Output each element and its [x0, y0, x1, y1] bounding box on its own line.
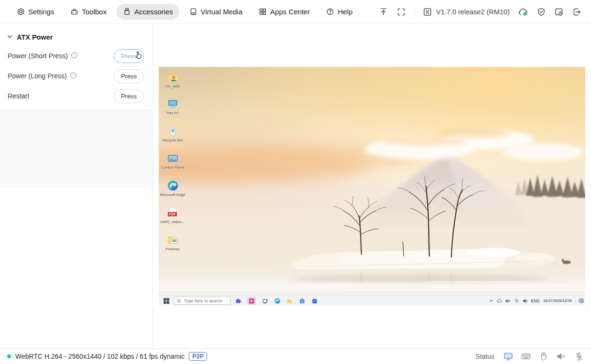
- desktop-icon-label: Recycle Bin: [163, 138, 183, 142]
- tray-wifi-icon[interactable]: [514, 299, 519, 303]
- speaker-muted-icon[interactable]: [557, 352, 566, 361]
- cloud-status-icon[interactable]: [518, 7, 528, 17]
- kvm-app: Settings Toolbox Accessories Virtual Med…: [0, 0, 591, 364]
- svg-text:?: ?: [73, 53, 76, 57]
- task-view-icon[interactable]: [262, 298, 268, 304]
- row-label: Restart: [8, 92, 29, 100]
- tray-volume-icon[interactable]: [523, 299, 528, 303]
- desktop-icon-recycle-bin[interactable]: Recycle Bin: [161, 125, 184, 142]
- nav-label: Help: [338, 8, 352, 16]
- tray-language[interactable]: ENG: [531, 299, 540, 303]
- desktop-icon-this-pc[interactable]: This PC: [161, 97, 184, 115]
- keyboard-status-icon[interactable]: [521, 352, 531, 361]
- microphone-muted-icon[interactable]: [574, 352, 584, 361]
- atx-power-panel: ATX Power Power (Short Press) ? Press Po…: [0, 24, 153, 348]
- row-label: Power (Long Press): [8, 72, 67, 80]
- security-shield-icon[interactable]: [536, 7, 546, 17]
- wallpaper-scene: [159, 67, 585, 306]
- mouse-status-icon[interactable]: [539, 352, 548, 361]
- remote-taskbar: ENG 15:07 2025/12/26: [159, 295, 585, 306]
- nav-apps-center[interactable]: Apps Center: [252, 4, 316, 20]
- tray-chevron-up-icon[interactable]: [489, 299, 493, 303]
- desktop-icon-edge[interactable]: Microsoft Edge: [161, 179, 184, 197]
- duck: [561, 259, 571, 264]
- desktop-icon-label: Control Panel: [161, 165, 184, 170]
- logout-icon[interactable]: [572, 7, 581, 17]
- nav-settings[interactable]: Settings: [11, 4, 60, 20]
- power-short-press-button[interactable]: Press: [114, 49, 144, 63]
- p2p-badge: P2P: [189, 352, 207, 361]
- topbar: Settings Toolbox Accessories Virtual Med…: [0, 0, 591, 24]
- settings-icon: [17, 8, 25, 16]
- atx-row-restart: Restart Press: [0, 86, 153, 106]
- remote-screen[interactable]: GL_b6a This PC Recycle Bin Control Panel…: [159, 67, 585, 306]
- row-label-wrap: Power (Short Press) ?: [8, 52, 78, 60]
- atx-power-section-header[interactable]: ATX Power: [0, 30, 153, 46]
- version-chip: V1.7.0 release2 (RM10): [423, 7, 510, 17]
- nav-accessories[interactable]: Accessories: [117, 4, 179, 20]
- nav-help[interactable]: Help: [320, 4, 359, 20]
- store-icon[interactable]: [299, 298, 306, 304]
- start-button[interactable]: [159, 298, 174, 304]
- edge-taskbar-icon[interactable]: [274, 298, 281, 304]
- desktop-icon-label: This PC: [166, 111, 179, 115]
- main-area: ATX Power Power (Short Press) ? Press Po…: [0, 24, 591, 348]
- atx-row-power-short: Power (Short Press) ? Press: [0, 46, 153, 66]
- action-center-icon[interactable]: [575, 296, 584, 306]
- widgets-puzzle-icon[interactable]: [235, 298, 241, 304]
- firmware-version: V1.7.0 release2 (RM10): [436, 8, 510, 16]
- taskbar-search[interactable]: [174, 297, 230, 305]
- usb-accessories-icon: [123, 8, 131, 16]
- mail-app-icon[interactable]: [311, 298, 318, 304]
- desktop-icon-label: tmP0_cs6es...: [161, 220, 185, 224]
- help-icon: [326, 8, 334, 16]
- nav-virtual-media[interactable]: Virtual Media: [183, 4, 249, 20]
- nav-label: Toolbox: [82, 8, 107, 16]
- scroll-top-icon[interactable]: [379, 7, 388, 17]
- row-label-wrap: Restart: [8, 92, 29, 100]
- tray-clock[interactable]: 15:07 2025/12/26: [543, 299, 572, 303]
- nav-label: Virtual Media: [201, 8, 242, 16]
- restart-press-button[interactable]: Press: [114, 89, 144, 103]
- fullscreen-icon[interactable]: [396, 7, 406, 17]
- help-circle-icon[interactable]: ?: [71, 52, 78, 60]
- device-status-group: Status: [475, 352, 584, 361]
- power-long-press-button[interactable]: Press: [114, 69, 144, 83]
- tray-battery-icon[interactable]: [505, 299, 511, 303]
- search-icon: [177, 297, 181, 305]
- desktop-icon-control-panel[interactable]: Control Panel: [161, 152, 184, 170]
- apps-grid-icon: [259, 8, 267, 16]
- file-explorer-icon[interactable]: [286, 298, 293, 304]
- row-label-wrap: Power (Long Press) ?: [8, 72, 77, 80]
- photos-icon[interactable]: [247, 297, 256, 305]
- connection-text: WebRTC H.264 - 2560x1440 / 102 kbps / 61…: [15, 353, 185, 360]
- search-input[interactable]: [183, 298, 228, 304]
- firmware-update-icon[interactable]: [423, 7, 432, 17]
- panel-empty-section: [0, 111, 153, 187]
- section-title: ATX Power: [17, 33, 53, 41]
- desktop-icon-label: Pictures: [166, 247, 180, 251]
- desktop-icon-pictures[interactable]: Pictures: [161, 234, 184, 251]
- nav-toolbox[interactable]: Toolbox: [64, 4, 113, 20]
- nav-label: Settings: [28, 8, 54, 16]
- taskbar-apps: [235, 297, 318, 305]
- system-tray: ENG 15:07 2025/12/26: [489, 296, 586, 306]
- pdf-file-art: PDF: [166, 206, 179, 219]
- desktop-icon-label: Microsoft Edge: [160, 193, 185, 197]
- svg-text:?: ?: [72, 73, 75, 77]
- tray-onedrive-cloud-icon[interactable]: [497, 299, 502, 303]
- divider: [414, 7, 415, 17]
- atx-row-power-long: Power (Long Press) ? Press: [0, 66, 153, 86]
- pdf-badge: PDF: [168, 212, 177, 216]
- tray-time: 15:07: [543, 299, 553, 303]
- desktop-icon-pdf-file[interactable]: PDF tmP0_cs6es...: [161, 206, 184, 224]
- desktop-icon-user-folder[interactable]: GL_b6a: [161, 71, 184, 88]
- tray-date: 2025/12/26: [553, 299, 572, 303]
- help-circle-icon[interactable]: ?: [70, 72, 77, 80]
- session-history-icon[interactable]: [554, 7, 564, 17]
- status-bar: WebRTC H.264 - 2560x1440 / 102 kbps / 61…: [0, 348, 591, 364]
- nav-label: Apps Center: [270, 8, 310, 16]
- chevron-down-icon: [7, 33, 13, 41]
- toolbox-icon: [70, 8, 78, 16]
- display-status-icon[interactable]: [503, 352, 513, 361]
